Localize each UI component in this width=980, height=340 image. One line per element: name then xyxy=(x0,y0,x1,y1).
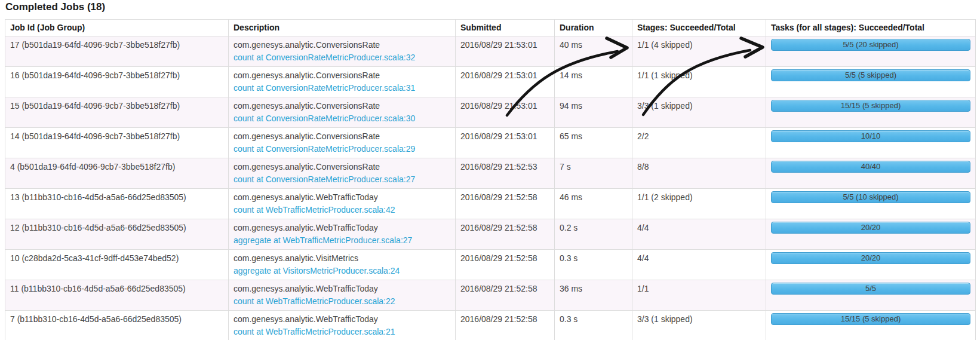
submitted-text: 2016/08/29 21:53:01 xyxy=(460,101,537,111)
job-id-text: 16 (b501da19-64fd-4096-9cb7-3bbe518f27fb… xyxy=(10,71,180,80)
stages-text: 3/3 (1 skipped) xyxy=(637,101,693,111)
description-text: com.genesys.analytic.ConversionsRate xyxy=(234,130,450,143)
table-row: 12 (b11bb310-cb16-4d5d-a5a6-66d25ed83505… xyxy=(5,219,976,250)
submitted-text: 2016/08/29 21:52:58 xyxy=(460,223,537,232)
description-text: com.genesys.analytic.ConversionsRate xyxy=(234,39,450,51)
tasks-progress-bar: 40/40 xyxy=(771,161,970,173)
column-header-tasks[interactable]: Tasks (for all stages): Succeeded/Total xyxy=(766,20,976,36)
job-id-cell: 7 (b11bb310-cb16-4d5d-a5a6-66d25ed83505) xyxy=(5,311,229,340)
duration-text: 94 ms xyxy=(560,101,582,111)
duration-text: 0.3 s xyxy=(560,314,577,324)
submitted-cell: 2016/08/29 21:52:58 xyxy=(456,219,555,250)
tasks-cell: 10/10 xyxy=(766,128,976,158)
job-id-cell: 12 (b11bb310-cb16-4d5d-a5a6-66d25ed83505… xyxy=(5,219,229,250)
column-header-submitted[interactable]: Submitted xyxy=(456,20,555,36)
job-id-cell: 11 (b11bb310-cb16-4d5d-a5a6-66d25ed83505… xyxy=(5,280,229,311)
job-id-text: 17 (b501da19-64fd-4096-9cb7-3bbe518f27fb… xyxy=(10,40,180,50)
description-stage-link[interactable]: aggregate at WebTrafficMetricProducer.sc… xyxy=(234,234,412,247)
job-id-text: 4 (b501da19-64fd-4096-9cb7-3bbe518f27fb) xyxy=(10,162,175,171)
job-id-cell: 10 (c28bda2d-5ca3-41cf-9dff-d453e74bed52… xyxy=(5,250,229,280)
tasks-progress-bar: 5/5 xyxy=(771,283,970,295)
stages-cell: 1/1 (4 skipped) xyxy=(632,36,766,67)
duration-cell: 0.3 s xyxy=(555,250,632,280)
tasks-cell: 40/40 xyxy=(766,158,976,189)
stages-text: 4/4 xyxy=(637,253,649,263)
description-stage-link[interactable]: count at WebTrafficMetricProducer.scala:… xyxy=(234,204,395,216)
tasks-cell: 20/20 xyxy=(766,219,976,250)
column-header-job-id[interactable]: Job Id (Job Group) xyxy=(5,20,229,36)
description-stage-link[interactable]: count at ConversionRateMetricProducer.sc… xyxy=(234,51,415,64)
description-stage-link[interactable]: count at ConversionRateMetricProducer.sc… xyxy=(234,112,415,125)
stages-cell: 1/1 (1 skipped) xyxy=(632,67,766,97)
duration-text: 14 ms xyxy=(560,71,582,80)
duration-text: 65 ms xyxy=(560,131,582,141)
submitted-cell: 2016/08/29 21:52:58 xyxy=(456,311,555,340)
description-text: com.genesys.analytic.ConversionsRate xyxy=(234,161,450,173)
jobs-table-body: 17 (b501da19-64fd-4096-9cb7-3bbe518f27fb… xyxy=(5,36,976,340)
jobs-table-header: Job Id (Job Group) Description Submitted… xyxy=(5,20,976,36)
duration-text: 7 s xyxy=(560,162,571,171)
submitted-cell: 2016/08/29 21:53:01 xyxy=(456,67,555,97)
description-cell: com.genesys.analytic.ConversionsRate cou… xyxy=(229,97,456,128)
description-cell: com.genesys.analytic.WebTrafficToday cou… xyxy=(229,311,456,340)
stages-cell: 2/2 xyxy=(632,128,766,158)
description-text: com.genesys.analytic.VisitMetrics xyxy=(234,252,450,265)
column-header-description[interactable]: Description xyxy=(229,20,456,36)
duration-text: 46 ms xyxy=(560,192,582,202)
table-row: 16 (b501da19-64fd-4096-9cb7-3bbe518f27fb… xyxy=(5,67,976,97)
tasks-progress-bar: 5/5 (20 skipped) xyxy=(771,39,970,51)
submitted-cell: 2016/08/29 21:52:53 xyxy=(456,158,555,189)
column-header-duration[interactable]: Duration xyxy=(555,20,632,36)
description-stage-link[interactable]: count at WebTrafficMetricProducer.scala:… xyxy=(234,295,395,308)
job-id-cell: 4 (b501da19-64fd-4096-9cb7-3bbe518f27fb) xyxy=(5,158,229,189)
stages-text: 1/1 (2 skipped) xyxy=(637,192,693,202)
description-text: com.genesys.analytic.ConversionsRate xyxy=(234,69,450,82)
tasks-cell: 5/5 (10 skipped) xyxy=(766,189,976,219)
duration-cell: 0.3 s xyxy=(555,311,632,340)
description-cell: com.genesys.analytic.ConversionsRate cou… xyxy=(229,67,456,97)
description-stage-link[interactable]: count at ConversionRateMetricProducer.sc… xyxy=(234,143,415,155)
description-cell: com.genesys.analytic.WebTrafficToday cou… xyxy=(229,280,456,311)
description-stage-link[interactable]: count at ConversionRateMetricProducer.sc… xyxy=(234,173,415,186)
description-cell: com.genesys.analytic.WebTrafficToday cou… xyxy=(229,189,456,219)
stages-text: 8/8 xyxy=(637,162,649,171)
tasks-progress-bar: 15/15 (5 skipped) xyxy=(771,100,970,112)
description-cell: com.genesys.analytic.ConversionsRate cou… xyxy=(229,36,456,67)
description-text: com.genesys.analytic.ConversionsRate xyxy=(234,100,450,112)
tasks-progress-bar: 15/15 (5 skipped) xyxy=(771,313,970,325)
description-cell: com.genesys.analytic.WebTrafficToday agg… xyxy=(229,219,456,250)
description-stage-link[interactable]: aggregate at VisitorsMetricProducer.scal… xyxy=(234,265,400,277)
job-id-cell: 16 (b501da19-64fd-4096-9cb7-3bbe518f27fb… xyxy=(5,67,229,97)
table-row: 4 (b501da19-64fd-4096-9cb7-3bbe518f27fb)… xyxy=(5,158,976,189)
table-row: 11 (b11bb310-cb16-4d5d-a5a6-66d25ed83505… xyxy=(5,280,976,311)
stages-text: 4/4 xyxy=(637,223,649,232)
stages-text: 2/2 xyxy=(637,131,649,141)
submitted-cell: 2016/08/29 21:53:01 xyxy=(456,36,555,67)
duration-cell: 7 s xyxy=(555,158,632,189)
tasks-progress-bar: 20/20 xyxy=(771,252,970,264)
table-row: 13 (b11bb310-cb16-4d5d-a5a6-66d25ed83505… xyxy=(5,189,976,219)
description-cell: com.genesys.analytic.VisitMetrics aggreg… xyxy=(229,250,456,280)
page-title: Completed Jobs (18) xyxy=(5,1,105,13)
stages-text: 1/1 (4 skipped) xyxy=(637,40,693,50)
submitted-cell: 2016/08/29 21:53:01 xyxy=(456,128,555,158)
job-id-text: 13 (b11bb310-cb16-4d5d-a5a6-66d25ed83505… xyxy=(10,192,186,202)
description-stage-link[interactable]: count at ConversionRateMetricProducer.sc… xyxy=(234,82,415,94)
job-id-cell: 15 (b501da19-64fd-4096-9cb7-3bbe518f27fb… xyxy=(5,97,229,128)
stages-cell: 3/3 (1 skipped) xyxy=(632,311,766,340)
duration-text: 0.2 s xyxy=(560,223,577,232)
duration-cell: 65 ms xyxy=(555,128,632,158)
table-row: 15 (b501da19-64fd-4096-9cb7-3bbe518f27fb… xyxy=(5,97,976,128)
job-id-text: 11 (b11bb310-cb16-4d5d-a5a6-66d25ed83505… xyxy=(10,284,186,293)
tasks-progress-bar: 5/5 (5 skipped) xyxy=(771,69,970,81)
submitted-cell: 2016/08/29 21:53:01 xyxy=(456,97,555,128)
submitted-text: 2016/08/29 21:53:01 xyxy=(460,40,537,50)
tasks-cell: 5/5 (20 skipped) xyxy=(766,36,976,67)
description-stage-link[interactable]: count at WebTrafficMetricProducer.scala:… xyxy=(234,326,395,338)
tasks-progress-bar: 10/10 xyxy=(771,130,970,142)
table-row: 7 (b11bb310-cb16-4d5d-a5a6-66d25ed83505)… xyxy=(5,311,976,340)
column-header-stages[interactable]: Stages: Succeeded/Total xyxy=(632,20,766,36)
job-id-text: 15 (b501da19-64fd-4096-9cb7-3bbe518f27fb… xyxy=(10,101,180,111)
tasks-cell: 5/5 xyxy=(766,280,976,311)
tasks-progress-bar: 5/5 (10 skipped) xyxy=(771,191,970,203)
